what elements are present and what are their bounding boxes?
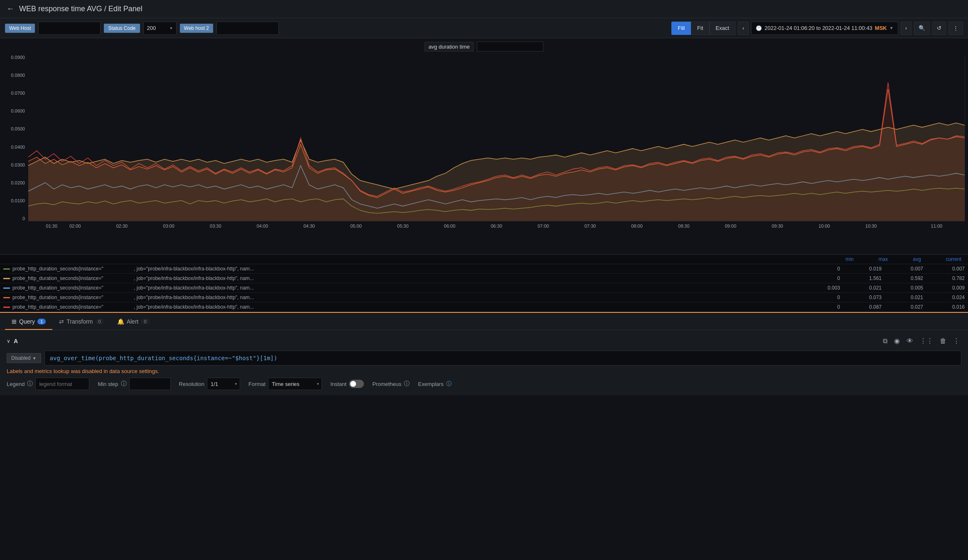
legend-min-0: 0 (819, 266, 840, 272)
list-item[interactable]: probe_http_duration_seconds{instance=" ,… (0, 274, 968, 283)
clock-icon: 🕐 (756, 25, 762, 31)
legend-color-0 (3, 268, 10, 270)
format-select[interactable]: Time series Table Heatmap (268, 378, 322, 390)
resolution-label: Resolution (179, 381, 204, 387)
legend-vals-0: 0 0.019 0.007 0.007 (819, 266, 965, 272)
tab-query[interactable]: ⊞ Query 1 (5, 314, 52, 330)
y-label-4: 0.0500 (11, 126, 25, 131)
chevron-down-icon: ▼ (32, 356, 37, 361)
list-item[interactable]: probe_http_duration_seconds{instance=" ,… (0, 264, 968, 274)
list-item[interactable]: probe_http_duration_seconds{instance=" ,… (0, 293, 968, 302)
legend-vals-4: 0 0.087 0.027 0.016 (819, 304, 965, 310)
y-label-9: 0 (22, 216, 25, 221)
legend-color-3 (3, 297, 10, 298)
format-select-wrapper: Time series Table Heatmap (268, 378, 322, 390)
legend-label: Legend (7, 381, 25, 387)
toolbar-right: Fill Fit Exact ‹ 🕐 2022-01-24 01:06:20 t… (671, 22, 963, 35)
format-label: Format (248, 381, 265, 387)
refresh-button[interactable]: ↺ (932, 22, 946, 35)
query-visibility-button[interactable]: 👁 (905, 336, 915, 346)
instant-group: Instant (330, 380, 364, 388)
query-more-button[interactable]: ⋮ (951, 335, 961, 346)
var3-input[interactable] (216, 22, 279, 35)
min-step-label: Min step (98, 381, 118, 387)
chart-container: avg duration time 0.0900 0.0800 0.0700 0… (0, 38, 968, 254)
fit-button[interactable]: Fit (691, 22, 709, 35)
y-axis: 0.0900 0.0800 0.0700 0.0600 0.0500 0.040… (3, 55, 28, 221)
tab-query-badge: 1 (37, 319, 46, 324)
tab-alert-label: Alert (127, 318, 139, 325)
exemplars-icon[interactable]: ⓘ (446, 380, 452, 388)
legend-current-4: 0.016 (944, 304, 965, 310)
back-button[interactable]: ← (7, 5, 14, 13)
legend-text-1: probe_http_duration_seconds{instance=" ,… (12, 275, 817, 281)
y-label-5: 0.0400 (11, 145, 25, 150)
prometheus-info-icon[interactable]: ⓘ (404, 380, 410, 388)
query-expression-box[interactable]: avg_over_time(probe_http_duration_second… (44, 351, 961, 366)
toolbar-left: Web Host Status Code 200 Web host 2 (5, 22, 668, 35)
legend-current-2: 0.009 (944, 285, 965, 291)
x-label-0830: 08:30 (678, 224, 690, 228)
x-label-0630: 06:30 (491, 224, 502, 228)
query-toggle-button[interactable]: ◉ (892, 335, 902, 346)
disabled-label: Disabled (11, 355, 31, 361)
legend-avg-3: 0.021 (902, 295, 923, 300)
legend-color-4 (3, 307, 10, 308)
instant-toggle[interactable] (349, 380, 364, 388)
tab-transform-badge: 0 (96, 319, 104, 324)
var2-label: Status Code (104, 24, 140, 33)
prev-time-button[interactable]: ‹ (738, 22, 749, 35)
legend-color-1 (3, 278, 10, 279)
chart-inner: 0.0900 0.0800 0.0700 0.0600 0.0500 0.040… (3, 55, 965, 233)
legend-color-2 (3, 287, 10, 289)
zoom-buttons: Fill Fit Exact (671, 22, 735, 35)
legend-vals-1: 0 1.561 0.592 0.782 (819, 275, 965, 281)
x-label-0900: 09:00 (725, 224, 737, 228)
legend-vals-2: 0.003 0.021 0.005 0.009 (819, 285, 965, 291)
legend-text-0: probe_http_duration_seconds{instance=" ,… (12, 266, 817, 272)
query-copy-button[interactable]: ⧉ (881, 336, 889, 346)
list-item[interactable]: probe_http_duration_seconds{instance=" ,… (0, 302, 968, 312)
var2-select-wrapper: 200 (143, 22, 177, 35)
min-step-info-icon[interactable]: ⓘ (121, 380, 127, 388)
query-move-button[interactable]: ⋮⋮ (918, 335, 935, 346)
collapse-button[interactable]: ∨ (7, 338, 10, 344)
list-item[interactable]: probe_http_duration_seconds{instance=" ,… (0, 283, 968, 293)
legend-text-3: probe_http_duration_seconds{instance=" ,… (12, 295, 817, 300)
exact-button[interactable]: Exact (710, 22, 736, 35)
resolution-select[interactable]: 1/1 1/2 1/3 2/1 (207, 378, 240, 390)
query-delete-button[interactable]: 🗑 (938, 336, 948, 346)
legend-table: min max avg current probe_http_duration_… (0, 254, 968, 312)
disabled-toggle[interactable]: Disabled ▼ (7, 353, 41, 363)
fill-button[interactable]: Fill (671, 22, 691, 35)
query-name: ∨ A (7, 338, 18, 344)
legend-max-4: 0.087 (861, 304, 882, 310)
legend-min-3: 0 (819, 295, 840, 300)
more-button[interactable]: ⋮ (948, 22, 963, 35)
var2-select[interactable]: 200 (143, 22, 177, 35)
svg-marker-2 (28, 89, 965, 221)
min-step-input[interactable] (129, 378, 171, 390)
legend-text-4: probe_http_duration_seconds{instance=" ,… (12, 304, 817, 310)
y-label-3: 0.0600 (11, 108, 25, 113)
query-options-row: Legend ⓘ Min step ⓘ Resolution 1/1 1/2 1… (7, 378, 961, 390)
zoom-out-button[interactable]: 🔍 (914, 22, 930, 35)
x-label-0300: 03:00 (163, 224, 174, 228)
legend-info-icon[interactable]: ⓘ (27, 380, 33, 388)
next-time-button[interactable]: › (901, 22, 911, 35)
x-label-0730: 07:30 (585, 224, 596, 228)
legend-avg-1: 0.592 (902, 275, 923, 281)
legend-input[interactable] (35, 378, 89, 390)
legend-max-1: 1.561 (861, 275, 882, 281)
chart-title-bar: avg duration time (0, 42, 968, 52)
tab-transform[interactable]: ⇄ Transform 0 (52, 314, 110, 330)
tab-alert[interactable]: 🔔 Alert 0 (111, 314, 156, 330)
legend-min-1: 0 (819, 275, 840, 281)
var1-input[interactable] (38, 22, 101, 35)
time-range-display[interactable]: 🕐 2022-01-24 01:06:20 to 2022-01-24 11:0… (751, 22, 898, 35)
x-label-0130: 01:30 (46, 224, 58, 228)
header: ← WEB response time AVG / Edit Panel (0, 0, 968, 18)
legend-max-3: 0.073 (861, 295, 882, 300)
instant-label: Instant (330, 381, 346, 387)
exemplars-group: Exemplars ⓘ (418, 380, 451, 388)
